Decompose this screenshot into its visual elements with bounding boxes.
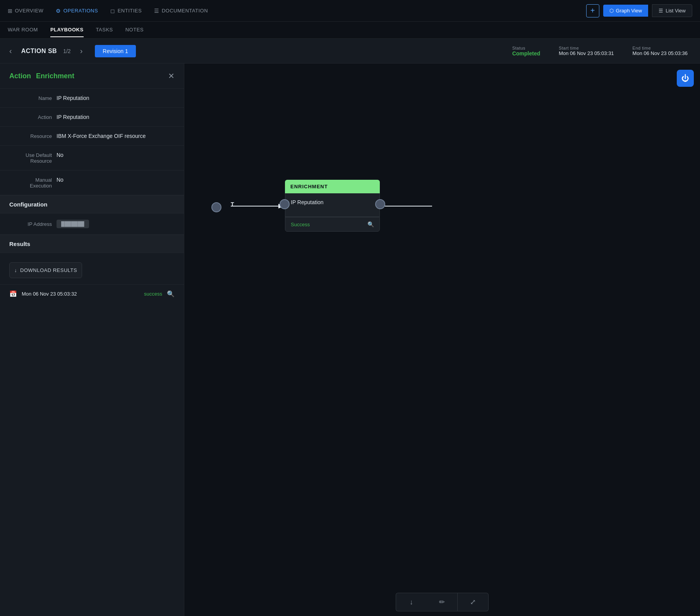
node-body: IP Reputation: [285, 193, 380, 217]
name-value: IP Reputation: [57, 95, 175, 101]
playbook-title: ACTION SB: [21, 48, 57, 55]
left-node-connector: [280, 199, 290, 209]
list-view-icon: ☰: [659, 8, 663, 14]
nav-item-overview-label: OVERVIEW: [15, 8, 44, 14]
subnav-warroom[interactable]: WAR ROOM: [8, 23, 38, 37]
nav-item-operations-label: OPERATIONS: [63, 8, 98, 14]
graph-view-button[interactable]: ⬡ Graph View: [603, 5, 649, 17]
operations-icon: ⚙: [56, 8, 61, 14]
panel-title-static: Action: [9, 72, 31, 80]
manual-value: No: [57, 177, 175, 189]
next-button[interactable]: ›: [77, 45, 86, 57]
graph-svg: [184, 64, 700, 616]
result-status: success: [144, 291, 162, 297]
ip-address-row: IP Address ███████: [0, 213, 184, 235]
timer-icon: ⏻: [681, 74, 689, 83]
left-panel: Action Enrichment ✕ Name IP Reputation A…: [0, 64, 184, 616]
toolbar-download-button[interactable]: ↓: [396, 593, 427, 611]
status-label: Status: [512, 46, 540, 50]
end-time-label: End time: [633, 46, 688, 50]
toolbar-edit-icon: ✏: [439, 598, 445, 606]
left-connector-dot: [211, 202, 221, 212]
result-row: 📅 Mon 06 Nov 23 05:03:32 success 🔍: [0, 284, 184, 303]
list-view-button[interactable]: ☰ List View: [652, 4, 692, 17]
nav-item-entities[interactable]: ◻ ENTITIES: [110, 5, 142, 17]
node-success-label: Success: [291, 222, 310, 227]
panel-title: Action Enrichment: [9, 72, 74, 80]
resource-label: Resource: [9, 133, 52, 139]
nav-item-entities-label: ENTITIES: [118, 8, 142, 14]
detail-row-use-default: Use DefaultResource No: [0, 146, 184, 170]
start-time-block: Start time Mon 06 Nov 23 05:03:31: [559, 46, 614, 56]
sub-nav: WAR ROOM PLAYBOOKS TASKS NOTES: [0, 22, 700, 39]
start-time-label: Start time: [559, 46, 614, 50]
node-name: IP Reputation: [291, 199, 324, 205]
detail-row-manual: ManualExecution No: [0, 170, 184, 195]
configuration-header: Configuration: [0, 195, 184, 213]
bottom-toolbar: ↓ ✏ ⤢: [184, 588, 700, 616]
top-nav: ⊞ OVERVIEW ⚙ OPERATIONS ◻ ENTITIES ☰ DOC…: [0, 0, 700, 22]
nav-item-operations[interactable]: ⚙ OPERATIONS: [56, 5, 98, 17]
node-footer: Success 🔍: [285, 217, 380, 232]
result-search-icon[interactable]: 🔍: [167, 290, 175, 298]
overview-icon: ⊞: [8, 8, 13, 14]
nav-item-overview[interactable]: ⊞ OVERVIEW: [8, 5, 43, 17]
start-time-value: Mon 06 Nov 23 05:03:31: [559, 50, 614, 56]
nav-items: ⊞ OVERVIEW ⚙ OPERATIONS ◻ ENTITIES ☰ DOC…: [8, 5, 586, 17]
partial-node-label: T: [231, 201, 234, 207]
graph-area: ⏻ T ENRICHMENT: [184, 64, 700, 616]
panel-title-highlight: Enrichment: [36, 72, 74, 80]
resource-value: IBM X-Force Exchange OIF resource: [57, 133, 175, 139]
results-header: Results: [0, 235, 184, 253]
toolbar-download-icon: ↓: [410, 598, 413, 606]
nav-item-documentation-label: DOCUMENTATION: [162, 8, 208, 14]
download-label: DOWNLOAD RESULTS: [20, 267, 77, 273]
graph-view-label: Graph View: [616, 8, 642, 14]
subnav-notes[interactable]: NOTES: [125, 23, 144, 37]
entities-icon: ◻: [110, 8, 115, 14]
playbook-counter: 1/2: [63, 48, 70, 54]
add-button[interactable]: +: [586, 4, 599, 17]
playbook-header: ‹ ACTION SB 1/2 › Revision 1 Status Comp…: [0, 39, 700, 64]
result-date: Mon 06 Nov 23 05:03:32: [22, 291, 139, 297]
close-button[interactable]: ✕: [168, 71, 175, 81]
right-node-connector: [375, 199, 385, 209]
end-time-value: Mon 06 Nov 23 05:03:36: [633, 50, 688, 56]
panel-header: Action Enrichment ✕: [0, 64, 184, 89]
nav-item-documentation[interactable]: ☰ DOCUMENTATION: [154, 5, 208, 17]
revision-tab[interactable]: Revision 1: [95, 45, 136, 57]
prev-button[interactable]: ‹: [6, 45, 15, 57]
download-icon: ↓: [14, 267, 17, 273]
end-time-block: End time Mon 06 Nov 23 05:03:36: [633, 46, 688, 56]
timer-icon-button[interactable]: ⏻: [677, 70, 694, 87]
action-value: IP Reputation: [57, 114, 175, 120]
node-header-label: ENRICHMENT: [290, 184, 328, 189]
status-block: Status Completed: [512, 46, 540, 57]
detail-row-name: Name IP Reputation: [0, 89, 184, 108]
detail-row-resource: Resource IBM X-Force Exchange OIF resour…: [0, 127, 184, 146]
calendar-icon: 📅: [9, 290, 17, 298]
status-value: Completed: [512, 50, 540, 57]
download-results-button[interactable]: ↓ DOWNLOAD RESULTS: [9, 262, 82, 278]
action-label: Action: [9, 114, 52, 120]
use-default-value: No: [57, 152, 175, 164]
manual-label: ManualExecution: [9, 177, 52, 189]
subnav-tasks[interactable]: TASKS: [96, 23, 113, 37]
ip-label: IP Address: [9, 221, 52, 227]
subnav-playbooks[interactable]: PLAYBOOKS: [50, 23, 84, 37]
detail-row-action: Action IP Reputation: [0, 108, 184, 127]
graph-view-icon: ⬡: [609, 8, 614, 14]
node-header: ENRICHMENT: [285, 180, 380, 193]
toolbar-collapse-button[interactable]: ⤢: [458, 593, 489, 611]
node-search-icon[interactable]: 🔍: [367, 221, 374, 227]
ip-value: ███████: [57, 220, 89, 228]
results-section: ↓ DOWNLOAD RESULTS 📅 Mon 06 Nov 23 05:03…: [0, 253, 184, 306]
nav-actions: + ⬡ Graph View ☰ List View: [586, 4, 692, 17]
use-default-label: Use DefaultResource: [9, 152, 52, 164]
toolbar-edit-button[interactable]: ✏: [427, 593, 458, 611]
toolbar-collapse-icon: ⤢: [470, 598, 476, 606]
enrichment-node[interactable]: ENRICHMENT IP Reputation Success 🔍: [285, 180, 380, 232]
documentation-icon: ☰: [154, 8, 160, 14]
name-label: Name: [9, 95, 52, 101]
main-content: Action Enrichment ✕ Name IP Reputation A…: [0, 64, 700, 616]
